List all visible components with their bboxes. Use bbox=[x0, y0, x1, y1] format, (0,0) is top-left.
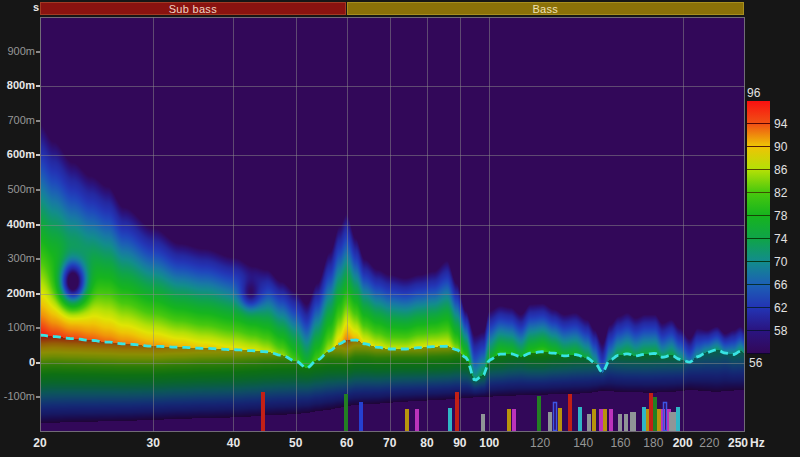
legend-color-segment bbox=[747, 285, 770, 308]
y-tick-mark bbox=[36, 154, 40, 156]
y-tick-label: 400m bbox=[1, 218, 35, 231]
y-tick-label: 700m bbox=[1, 114, 35, 127]
legend-value-label: 86 bbox=[774, 163, 787, 177]
x-tick-label: 220 bbox=[699, 436, 719, 450]
legend-color-segment bbox=[747, 124, 770, 147]
y-tick-label: 900m bbox=[1, 45, 35, 58]
x-axis-unit-label: Hz bbox=[750, 436, 765, 450]
spectrogram-plot[interactable] bbox=[40, 17, 745, 432]
legend-value-label: 74 bbox=[774, 232, 787, 246]
x-tick-label: 120 bbox=[530, 436, 550, 450]
legend-color-segment bbox=[747, 308, 770, 331]
y-tick-mark bbox=[36, 327, 40, 329]
y-tick-label: 500m bbox=[1, 183, 35, 196]
y-tick-mark bbox=[36, 362, 40, 364]
y-tick-mark bbox=[36, 85, 40, 87]
y-tick-mark bbox=[36, 51, 40, 53]
x-tick-label: 200 bbox=[673, 436, 693, 450]
x-tick-label: 40 bbox=[227, 436, 240, 450]
y-tick-mark bbox=[36, 189, 40, 191]
band-header-bass: Bass bbox=[347, 2, 744, 15]
legend-color-segment bbox=[747, 193, 770, 216]
spectrogram-panel: s Sub bass Bass 900m800m700m600m500m400m… bbox=[0, 0, 800, 457]
x-tick-label: 100 bbox=[479, 436, 499, 450]
y-tick-mark bbox=[36, 293, 40, 295]
x-tick-label: 250 bbox=[728, 436, 748, 450]
y-tick-label: 100m bbox=[1, 321, 35, 334]
legend-color-segment bbox=[747, 170, 770, 193]
y-tick-label: 800m bbox=[1, 79, 35, 92]
legend-value-label: 58 bbox=[774, 324, 787, 338]
legend-value-label: 90 bbox=[774, 140, 787, 154]
y-tick-label: 600m bbox=[1, 148, 35, 161]
x-tick-label: 20 bbox=[33, 436, 46, 450]
x-tick-label: 80 bbox=[420, 436, 433, 450]
legend-color-segment bbox=[747, 101, 770, 124]
y-tick-label: 300m bbox=[1, 252, 35, 265]
legend-value-label: 56 bbox=[749, 356, 762, 370]
legend-value-label: 62 bbox=[774, 301, 787, 315]
legend-value-label: 94 bbox=[774, 117, 787, 131]
y-tick-mark bbox=[36, 396, 40, 398]
band-header-sub-bass: Sub bass bbox=[40, 2, 346, 15]
y-tick-label: 0 bbox=[1, 356, 35, 369]
y-axis-unit-label: s bbox=[27, 1, 39, 14]
legend-value-label: 70 bbox=[774, 255, 787, 269]
legend-value-label: 78 bbox=[774, 209, 787, 223]
x-tick-label: 180 bbox=[643, 436, 663, 450]
legend-color-segment bbox=[747, 239, 770, 262]
legend-color-segment bbox=[747, 216, 770, 239]
x-tick-label: 70 bbox=[383, 436, 396, 450]
legend-color-segment bbox=[747, 331, 770, 354]
legend-value-label: 66 bbox=[774, 278, 787, 292]
band-sub-bass-label: Sub bass bbox=[169, 3, 217, 15]
y-tick-mark bbox=[36, 120, 40, 122]
x-tick-label: 50 bbox=[289, 436, 302, 450]
x-tick-label: 90 bbox=[453, 436, 466, 450]
y-tick-label: 200m bbox=[1, 287, 35, 300]
y-tick-mark bbox=[36, 258, 40, 260]
y-tick-label: -100m bbox=[1, 390, 35, 403]
legend-color-segment bbox=[747, 147, 770, 170]
legend-value-label: 96 bbox=[747, 86, 760, 100]
x-tick-label: 60 bbox=[340, 436, 353, 450]
x-tick-label: 140 bbox=[573, 436, 593, 450]
legend-value-label: 82 bbox=[774, 186, 787, 200]
band-bass-label: Bass bbox=[532, 3, 558, 15]
legend-color-segment bbox=[747, 262, 770, 285]
x-tick-label: 30 bbox=[146, 436, 159, 450]
x-tick-label: 160 bbox=[610, 436, 630, 450]
y-tick-mark bbox=[36, 224, 40, 226]
